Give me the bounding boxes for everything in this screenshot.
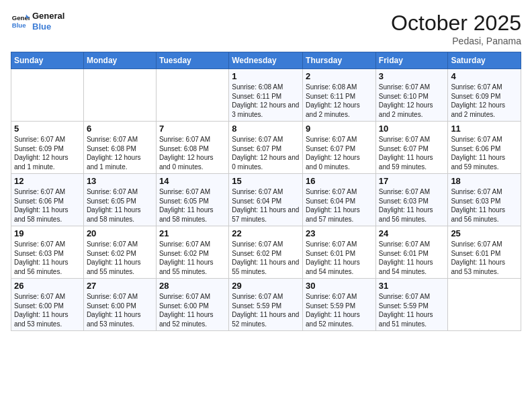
day-info: Sunrise: 6:07 AMSunset: 6:09 PMDaylight:… — [14, 135, 81, 171]
day-info: Sunrise: 6:07 AMSunset: 6:05 PMDaylight:… — [159, 187, 226, 224]
day-number: 20 — [87, 228, 153, 238]
svg-text:Blue: Blue — [12, 21, 26, 28]
day-info: Sunrise: 6:07 AMSunset: 6:09 PMDaylight:… — [451, 83, 518, 119]
day-number: 1 — [232, 71, 300, 81]
calendar-cell: 17Sunrise: 6:07 AMSunset: 6:03 PMDayligh… — [375, 174, 448, 226]
day-number: 15 — [232, 176, 300, 186]
weekday-header: Sunday — [11, 52, 84, 69]
day-info: Sunrise: 6:07 AMSunset: 6:01 PMDaylight:… — [379, 240, 445, 276]
calendar-cell — [448, 279, 521, 331]
day-number: 9 — [306, 124, 373, 134]
day-info: Sunrise: 6:07 AMSunset: 6:00 PMDaylight:… — [14, 292, 81, 328]
page-header: General Blue General Blue October 2025 P… — [11, 11, 521, 46]
day-number: 2 — [306, 71, 373, 81]
day-number: 30 — [306, 281, 373, 291]
calendar-cell: 18Sunrise: 6:07 AMSunset: 6:03 PMDayligh… — [448, 174, 521, 226]
weekday-header: Saturday — [448, 52, 521, 69]
calendar-cell: 31Sunrise: 6:07 AMSunset: 5:59 PMDayligh… — [375, 279, 448, 331]
day-info: Sunrise: 6:07 AMSunset: 6:01 PMDaylight:… — [306, 240, 373, 276]
day-info: Sunrise: 6:07 AMSunset: 5:59 PMDaylight:… — [379, 292, 445, 328]
logo: General Blue General Blue — [11, 11, 64, 32]
day-number: 8 — [232, 124, 300, 134]
day-number: 7 — [159, 124, 226, 134]
calendar-cell: 6Sunrise: 6:07 AMSunset: 6:08 PMDaylight… — [83, 122, 156, 174]
day-info: Sunrise: 6:07 AMSunset: 6:04 PMDaylight:… — [232, 187, 300, 224]
day-info: Sunrise: 6:07 AMSunset: 6:04 PMDaylight:… — [306, 187, 373, 224]
day-number: 12 — [14, 176, 81, 186]
weekday-header: Thursday — [303, 52, 376, 69]
calendar-cell: 12Sunrise: 6:07 AMSunset: 6:06 PMDayligh… — [11, 174, 84, 226]
day-number: 3 — [379, 71, 445, 81]
day-number: 5 — [14, 124, 81, 134]
day-number: 18 — [451, 176, 518, 186]
calendar-cell: 20Sunrise: 6:07 AMSunset: 6:02 PMDayligh… — [83, 226, 156, 279]
day-number: 31 — [379, 281, 445, 291]
calendar-cell: 24Sunrise: 6:07 AMSunset: 6:01 PMDayligh… — [375, 226, 448, 279]
weekday-header: Tuesday — [156, 52, 228, 69]
calendar-cell: 13Sunrise: 6:07 AMSunset: 6:05 PMDayligh… — [83, 174, 156, 226]
day-info: Sunrise: 6:07 AMSunset: 6:02 PMDaylight:… — [87, 240, 153, 276]
calendar-cell: 2Sunrise: 6:08 AMSunset: 6:11 PMDaylight… — [303, 69, 376, 122]
location: Pedasi, Panama — [391, 36, 521, 46]
calendar-cell: 25Sunrise: 6:07 AMSunset: 6:01 PMDayligh… — [448, 226, 521, 279]
day-number: 10 — [379, 124, 445, 134]
day-number: 28 — [159, 281, 226, 291]
weekday-header: Monday — [83, 52, 156, 69]
calendar-cell: 11Sunrise: 6:07 AMSunset: 6:06 PMDayligh… — [448, 122, 521, 174]
calendar-cell: 15Sunrise: 6:07 AMSunset: 6:04 PMDayligh… — [229, 174, 303, 226]
day-info: Sunrise: 6:07 AMSunset: 6:08 PMDaylight:… — [87, 135, 153, 171]
day-info: Sunrise: 6:07 AMSunset: 6:03 PMDaylight:… — [451, 187, 518, 224]
calendar-cell: 4Sunrise: 6:07 AMSunset: 6:09 PMDaylight… — [448, 69, 521, 122]
calendar-cell — [83, 69, 156, 122]
logo-icon: General Blue — [11, 12, 30, 31]
day-number: 16 — [306, 176, 373, 186]
day-info: Sunrise: 6:07 AMSunset: 6:07 PMDaylight:… — [306, 135, 373, 171]
calendar-cell — [156, 69, 228, 122]
day-info: Sunrise: 6:08 AMSunset: 6:11 PMDaylight:… — [306, 83, 373, 119]
calendar-cell: 16Sunrise: 6:07 AMSunset: 6:04 PMDayligh… — [303, 174, 376, 226]
day-info: Sunrise: 6:07 AMSunset: 6:00 PMDaylight:… — [87, 292, 153, 328]
day-info: Sunrise: 6:08 AMSunset: 6:11 PMDaylight:… — [232, 83, 300, 119]
day-info: Sunrise: 6:07 AMSunset: 5:59 PMDaylight:… — [232, 292, 300, 328]
day-number: 17 — [379, 176, 445, 186]
calendar-cell: 26Sunrise: 6:07 AMSunset: 6:00 PMDayligh… — [11, 279, 84, 331]
day-number: 19 — [14, 228, 81, 238]
day-info: Sunrise: 6:07 AMSunset: 6:03 PMDaylight:… — [14, 240, 81, 276]
day-number: 22 — [232, 228, 300, 238]
calendar-cell: 1Sunrise: 6:08 AMSunset: 6:11 PMDaylight… — [229, 69, 303, 122]
day-number: 6 — [87, 124, 153, 134]
calendar-cell: 5Sunrise: 6:07 AMSunset: 6:09 PMDaylight… — [11, 122, 84, 174]
day-info: Sunrise: 6:07 AMSunset: 6:02 PMDaylight:… — [232, 240, 300, 276]
calendar-cell: 8Sunrise: 6:07 AMSunset: 6:07 PMDaylight… — [229, 122, 303, 174]
day-number: 25 — [451, 228, 518, 238]
day-number: 11 — [451, 124, 518, 134]
day-number: 14 — [159, 176, 226, 186]
calendar-cell: 27Sunrise: 6:07 AMSunset: 6:00 PMDayligh… — [83, 279, 156, 331]
day-info: Sunrise: 6:07 AMSunset: 6:03 PMDaylight:… — [379, 187, 445, 224]
day-info: Sunrise: 6:07 AMSunset: 6:07 PMDaylight:… — [379, 135, 445, 171]
day-number: 26 — [14, 281, 81, 291]
calendar-cell: 10Sunrise: 6:07 AMSunset: 6:07 PMDayligh… — [375, 122, 448, 174]
day-number: 21 — [159, 228, 226, 238]
day-info: Sunrise: 6:07 AMSunset: 6:06 PMDaylight:… — [451, 135, 518, 171]
calendar-cell: 21Sunrise: 6:07 AMSunset: 6:02 PMDayligh… — [156, 226, 228, 279]
day-info: Sunrise: 6:07 AMSunset: 6:01 PMDaylight:… — [451, 240, 518, 276]
title-block: October 2025 Pedasi, Panama — [391, 11, 521, 46]
calendar-cell: 29Sunrise: 6:07 AMSunset: 5:59 PMDayligh… — [229, 279, 303, 331]
weekday-header: Friday — [375, 52, 448, 69]
day-info: Sunrise: 6:07 AMSunset: 6:00 PMDaylight:… — [159, 292, 226, 328]
calendar-cell — [11, 69, 84, 122]
calendar-cell: 19Sunrise: 6:07 AMSunset: 6:03 PMDayligh… — [11, 226, 84, 279]
calendar-cell: 9Sunrise: 6:07 AMSunset: 6:07 PMDaylight… — [303, 122, 376, 174]
calendar-cell: 7Sunrise: 6:07 AMSunset: 6:08 PMDaylight… — [156, 122, 228, 174]
month-title: October 2025 — [391, 11, 521, 36]
day-info: Sunrise: 6:07 AMSunset: 6:05 PMDaylight:… — [87, 187, 153, 224]
day-number: 23 — [306, 228, 373, 238]
calendar-table: SundayMondayTuesdayWednesdayThursdayFrid… — [11, 52, 521, 331]
day-info: Sunrise: 6:07 AMSunset: 6:07 PMDaylight:… — [232, 135, 300, 171]
calendar-cell: 28Sunrise: 6:07 AMSunset: 6:00 PMDayligh… — [156, 279, 228, 331]
day-number: 27 — [87, 281, 153, 291]
day-info: Sunrise: 6:07 AMSunset: 6:08 PMDaylight:… — [159, 135, 226, 171]
day-info: Sunrise: 6:07 AMSunset: 5:59 PMDaylight:… — [306, 292, 373, 328]
calendar-cell: 22Sunrise: 6:07 AMSunset: 6:02 PMDayligh… — [229, 226, 303, 279]
